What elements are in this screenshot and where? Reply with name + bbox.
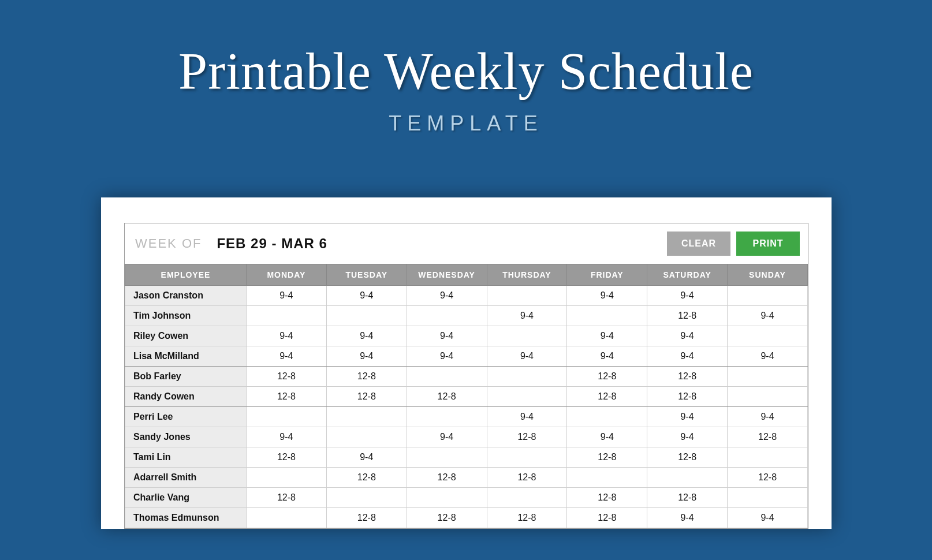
shift-cell: 12-8: [647, 306, 728, 326]
shift-cell: 9-4: [326, 286, 407, 306]
shift-cell: [487, 387, 567, 407]
shift-cell: 12-8: [326, 367, 407, 387]
employee-name: Tami Lin: [125, 447, 247, 468]
employee-name: Riley Cowen: [125, 326, 247, 346]
shift-cell: 12-8: [407, 468, 487, 488]
shift-cell: [407, 306, 487, 326]
shift-cell: [326, 488, 407, 508]
table-row: Riley Cowen9-49-49-49-49-4: [125, 326, 808, 346]
employee-name: Bob Farley: [125, 367, 247, 387]
shift-cell: 12-8: [247, 387, 327, 407]
col-employee: EMPLOYEE: [125, 264, 247, 286]
table-row: Tim Johnson9-412-89-4: [125, 306, 808, 326]
employee-name: Perri Lee: [125, 407, 247, 427]
shift-cell: [407, 367, 487, 387]
shift-cell: 12-8: [247, 367, 327, 387]
shift-cell: 12-8: [567, 387, 647, 407]
shift-cell: 9-4: [728, 346, 808, 367]
table-row: Randy Cowen12-812-812-812-812-8: [125, 387, 808, 407]
shift-cell: 12-8: [326, 508, 407, 528]
hero-subtitle: TEMPLATE: [0, 111, 932, 136]
shift-cell: [487, 286, 567, 306]
table-body: Jason Cranston9-49-49-49-49-4Tim Johnson…: [125, 286, 808, 528]
shift-cell: 9-4: [728, 508, 808, 528]
employee-name: Lisa McMilland: [125, 346, 247, 367]
col-tuesday: TUESDAY: [326, 264, 407, 286]
employee-name: Charlie Vang: [125, 488, 247, 508]
table-row: Thomas Edmunson12-812-812-812-89-49-4: [125, 508, 808, 528]
shift-cell: 9-4: [567, 346, 647, 367]
clear-button[interactable]: CLEAR: [667, 232, 730, 256]
shift-cell: [326, 427, 407, 447]
shift-cell: 12-8: [407, 508, 487, 528]
shift-cell: 9-4: [247, 326, 327, 346]
shift-cell: [407, 488, 487, 508]
shift-cell: 9-4: [647, 346, 728, 367]
shift-cell: 9-4: [247, 346, 327, 367]
col-wednesday: WEDNESDAY: [407, 264, 487, 286]
shift-cell: 9-4: [728, 306, 808, 326]
shift-cell: 12-8: [647, 367, 728, 387]
shift-cell: [247, 407, 327, 427]
shift-cell: 12-8: [567, 447, 647, 468]
shift-cell: [487, 367, 567, 387]
shift-cell: [247, 468, 327, 488]
shift-cell: [247, 508, 327, 528]
shift-cell: [487, 488, 567, 508]
shift-cell: [728, 447, 808, 468]
shift-cell: 9-4: [407, 346, 487, 367]
print-button[interactable]: PRINT: [736, 232, 800, 256]
shift-cell: [326, 306, 407, 326]
shift-cell: 9-4: [647, 508, 728, 528]
table-row: Lisa McMilland9-49-49-49-49-49-49-4: [125, 346, 808, 367]
employee-name: Tim Johnson: [125, 306, 247, 326]
shift-cell: 12-8: [567, 367, 647, 387]
shift-cell: 9-4: [487, 306, 567, 326]
shift-cell: 9-4: [326, 326, 407, 346]
shift-cell: 12-8: [728, 468, 808, 488]
week-of-value: FEB 29 - MAR 6: [217, 236, 661, 252]
employee-name: Sandy Jones: [125, 427, 247, 447]
table-row: Charlie Vang12-812-812-8: [125, 488, 808, 508]
col-saturday: SATURDAY: [647, 264, 728, 286]
shift-cell: 9-4: [567, 427, 647, 447]
shift-cell: 12-8: [326, 468, 407, 488]
shift-cell: 12-8: [647, 387, 728, 407]
shift-cell: 12-8: [247, 488, 327, 508]
shift-cell: [407, 447, 487, 468]
shift-cell: 9-4: [247, 427, 327, 447]
shift-cell: 9-4: [567, 286, 647, 306]
shift-cell: [487, 326, 567, 346]
col-sunday: SUNDAY: [728, 264, 808, 286]
shift-cell: 9-4: [728, 407, 808, 427]
shift-cell: 9-4: [647, 326, 728, 346]
employee-name: Randy Cowen: [125, 387, 247, 407]
week-of-label: WEEK OF: [135, 236, 202, 251]
shift-cell: [728, 286, 808, 306]
shift-cell: [728, 488, 808, 508]
employee-name: Adarrell Smith: [125, 468, 247, 488]
table-row: Sandy Jones9-49-412-89-49-412-8: [125, 427, 808, 447]
shift-cell: [487, 447, 567, 468]
shift-cell: 12-8: [487, 468, 567, 488]
shift-cell: [247, 306, 327, 326]
schedule-table: EMPLOYEE MONDAY TUESDAY WEDNESDAY THURSD…: [125, 264, 808, 528]
col-friday: FRIDAY: [567, 264, 647, 286]
table-row: Perri Lee9-49-49-4: [125, 407, 808, 427]
sheet-inner: WEEK OF FEB 29 - MAR 6 CLEAR PRINT EMPLO…: [124, 223, 808, 529]
shift-cell: 9-4: [647, 427, 728, 447]
shift-cell: 9-4: [647, 286, 728, 306]
shift-cell: 12-8: [567, 488, 647, 508]
shift-cell: 9-4: [487, 407, 567, 427]
shift-cell: [326, 407, 407, 427]
table-header-row: EMPLOYEE MONDAY TUESDAY WEDNESDAY THURSD…: [125, 264, 808, 286]
table-row: Adarrell Smith12-812-812-812-8: [125, 468, 808, 488]
shift-cell: 12-8: [407, 387, 487, 407]
shift-cell: [728, 387, 808, 407]
shift-cell: [647, 468, 728, 488]
col-monday: MONDAY: [247, 264, 327, 286]
shift-cell: 9-4: [407, 286, 487, 306]
schedule-sheet: WEEK OF FEB 29 - MAR 6 CLEAR PRINT EMPLO…: [101, 197, 832, 529]
shift-cell: 12-8: [247, 447, 327, 468]
shift-cell: 12-8: [487, 508, 567, 528]
